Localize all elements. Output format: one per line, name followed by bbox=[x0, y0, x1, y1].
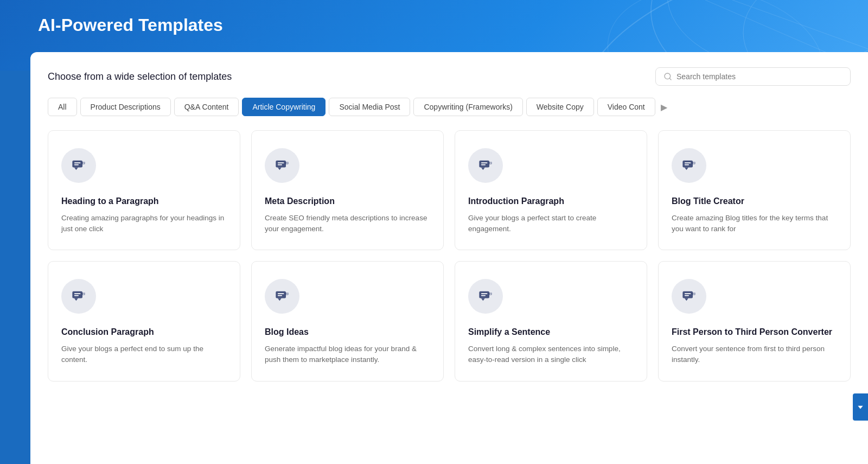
card-icon-wrap bbox=[61, 148, 96, 183]
card-title: Meta Description bbox=[265, 196, 430, 207]
card-title: Conclusion Paragraph bbox=[61, 327, 227, 338]
card-title: Introduction Paragraph bbox=[468, 196, 634, 207]
svg-line-4 bbox=[732, 0, 868, 49]
card-blog-ideas[interactable]: Blog Ideas Generate impactful blog ideas… bbox=[251, 261, 444, 381]
svg-rect-10 bbox=[74, 164, 79, 166]
svg-rect-28 bbox=[682, 161, 693, 168]
copywriting-icon bbox=[275, 289, 290, 304]
scroll-down-icon bbox=[857, 403, 864, 411]
tab-qa-content[interactable]: Q&A Content bbox=[174, 98, 239, 116]
search-box bbox=[655, 67, 851, 86]
svg-rect-49 bbox=[479, 291, 489, 298]
copywriting-icon bbox=[478, 289, 493, 304]
svg-rect-37 bbox=[74, 293, 81, 294]
card-description: Convert long & complex sentences into si… bbox=[468, 344, 634, 366]
panel-header: Choose from a wide selection of template… bbox=[48, 67, 851, 86]
main-panel: Choose from a wide selection of template… bbox=[30, 52, 868, 464]
svg-rect-45 bbox=[278, 295, 282, 296]
card-icon-wrap bbox=[468, 279, 503, 314]
svg-rect-59 bbox=[685, 295, 689, 296]
card-description: Generate impactful blog ideas for your b… bbox=[265, 344, 430, 366]
card-icon-wrap bbox=[265, 279, 299, 314]
card-description: Give your blogs a perfect end to sum up … bbox=[61, 344, 227, 366]
svg-rect-23 bbox=[481, 162, 488, 163]
tab-article-copywriting[interactable]: Article Copywriting bbox=[242, 98, 326, 116]
tab-all[interactable]: All bbox=[48, 98, 77, 116]
svg-marker-50 bbox=[481, 298, 485, 301]
card-icon-wrap bbox=[672, 148, 706, 183]
card-conclusion-paragraph[interactable]: Conclusion Paragraph Give your blogs a p… bbox=[48, 261, 240, 381]
card-description: Creating amazing paragraphs for your hea… bbox=[61, 213, 227, 235]
search-icon bbox=[663, 72, 672, 81]
svg-rect-21 bbox=[479, 161, 489, 168]
tab-website-copy[interactable]: Website Copy bbox=[526, 98, 594, 116]
copywriting-icon bbox=[275, 158, 290, 173]
svg-rect-51 bbox=[481, 293, 488, 294]
cards-row-2: Conclusion Paragraph Give your blogs a p… bbox=[48, 261, 851, 381]
svg-marker-36 bbox=[74, 298, 78, 301]
svg-rect-58 bbox=[685, 293, 691, 294]
card-heading-to-paragraph[interactable]: Heading to a Paragraph Creating amazing … bbox=[48, 130, 240, 250]
card-first-third-person[interactable]: First Person to Third Person Converter C… bbox=[658, 261, 851, 381]
svg-marker-8 bbox=[74, 168, 78, 170]
svg-rect-52 bbox=[481, 295, 486, 296]
card-introduction-paragraph[interactable]: Introduction Paragraph Give your blogs a… bbox=[455, 130, 647, 250]
svg-marker-63 bbox=[858, 406, 863, 409]
card-title: Simplify a Sentence bbox=[468, 327, 634, 338]
copywriting-icon bbox=[681, 289, 697, 304]
tabs-row: All Product Descriptions Q&A Content Art… bbox=[48, 98, 851, 116]
card-icon-wrap bbox=[61, 279, 96, 314]
search-input[interactable] bbox=[676, 72, 843, 81]
svg-rect-7 bbox=[72, 161, 82, 168]
copywriting-icon bbox=[71, 289, 86, 304]
card-title: Heading to a Paragraph bbox=[61, 196, 227, 207]
svg-marker-29 bbox=[685, 168, 688, 170]
tab-product-descriptions[interactable]: Product Descriptions bbox=[80, 98, 171, 116]
svg-marker-22 bbox=[481, 168, 485, 170]
tab-copywriting-frameworks[interactable]: Copywriting (Frameworks) bbox=[413, 98, 522, 116]
card-icon-wrap bbox=[672, 279, 706, 314]
panel-subtitle: Choose from a wide selection of template… bbox=[48, 71, 232, 82]
card-description: Create amazing Blog titles for the key t… bbox=[672, 213, 837, 235]
card-title: Blog Title Creator bbox=[672, 196, 837, 207]
card-meta-description[interactable]: Meta Description Create SEO friendly met… bbox=[251, 130, 444, 250]
svg-rect-42 bbox=[276, 291, 286, 298]
svg-rect-24 bbox=[481, 164, 486, 166]
svg-rect-17 bbox=[278, 164, 282, 166]
svg-marker-15 bbox=[278, 168, 282, 170]
tabs-scroll-right-icon[interactable]: ▶ bbox=[661, 102, 667, 112]
card-description: Give your blogs a perfect start to creat… bbox=[468, 213, 634, 235]
card-title: First Person to Third Person Converter bbox=[672, 327, 837, 338]
svg-line-6 bbox=[669, 78, 671, 80]
card-simplify-sentence[interactable]: Simplify a Sentence Convert long & compl… bbox=[455, 261, 647, 381]
svg-rect-35 bbox=[72, 291, 82, 298]
card-blog-title-creator[interactable]: Blog Title Creator Create amazing Blog t… bbox=[658, 130, 851, 250]
copywriting-icon bbox=[681, 158, 697, 173]
card-description: Convert your sentence from first to thir… bbox=[672, 344, 837, 366]
svg-rect-44 bbox=[278, 293, 284, 294]
copywriting-icon bbox=[71, 158, 86, 173]
card-icon-wrap bbox=[468, 148, 503, 183]
svg-rect-9 bbox=[74, 162, 81, 163]
scroll-indicator[interactable] bbox=[853, 393, 868, 421]
svg-rect-31 bbox=[685, 164, 689, 166]
tab-social-media-post[interactable]: Social Media Post bbox=[329, 98, 410, 116]
copywriting-icon bbox=[478, 158, 493, 173]
svg-marker-43 bbox=[278, 298, 282, 301]
tab-video-cont[interactable]: Video Cont bbox=[597, 98, 655, 116]
cards-row-1: Heading to a Paragraph Creating amazing … bbox=[48, 130, 851, 250]
svg-rect-30 bbox=[685, 162, 691, 163]
svg-marker-57 bbox=[685, 298, 688, 301]
page-title: AI-Powered Templates bbox=[38, 15, 223, 35]
svg-rect-56 bbox=[682, 291, 693, 298]
card-icon-wrap bbox=[265, 148, 299, 183]
svg-rect-14 bbox=[276, 161, 286, 168]
svg-rect-38 bbox=[74, 295, 79, 296]
card-description: Create SEO friendly meta descriptions to… bbox=[265, 213, 430, 235]
svg-rect-16 bbox=[278, 162, 284, 163]
card-title: Blog Ideas bbox=[265, 327, 430, 338]
